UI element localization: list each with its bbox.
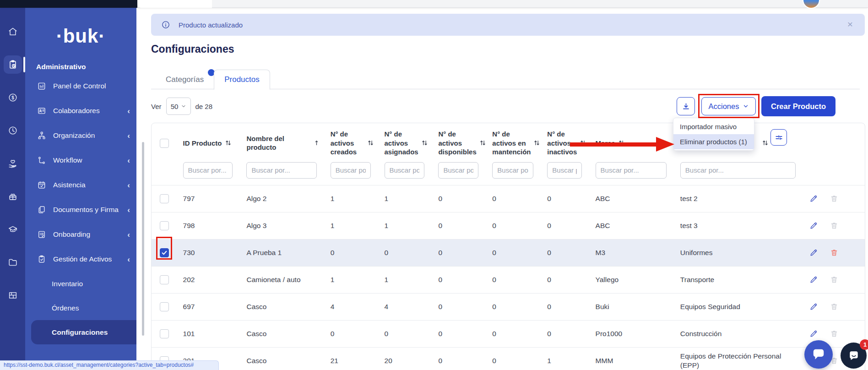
filter-input-creados[interactable] bbox=[331, 162, 371, 179]
row-select-cell bbox=[152, 185, 175, 212]
cell-mantencion: 0 bbox=[484, 320, 539, 347]
filter-input-disponibles[interactable] bbox=[438, 162, 478, 179]
filter-input-asignados[interactable] bbox=[385, 162, 425, 179]
close-icon[interactable]: × bbox=[847, 19, 853, 29]
row-checkbox[interactable] bbox=[160, 194, 169, 203]
sidebar-item-colaboradores[interactable]: Colaboradores‹ bbox=[25, 98, 136, 123]
filter-input-id[interactable] bbox=[183, 162, 233, 179]
sidebar-subitem-ordenes[interactable]: Órdenes bbox=[25, 296, 136, 320]
edit-pencil-icon[interactable] bbox=[809, 248, 818, 257]
sidebar-item-panel-de-control[interactable]: Panel de Control bbox=[25, 74, 136, 98]
row-checkbox[interactable] bbox=[160, 329, 169, 338]
crear-producto-button[interactable]: Crear Producto bbox=[761, 96, 835, 116]
cell-asignados: 20 bbox=[376, 347, 430, 370]
cell-inactivos: 0 bbox=[539, 320, 587, 347]
table-row: 798Algo 311000ABCtest 3 bbox=[152, 212, 865, 239]
select-all-checkbox[interactable] bbox=[160, 139, 169, 148]
cell-asignados: 4 bbox=[376, 293, 430, 320]
rail-item-clipboard-clock[interactable] bbox=[4, 55, 22, 74]
row-checkbox[interactable] bbox=[160, 221, 169, 230]
rail-item-clock[interactable] bbox=[4, 121, 22, 140]
delete-trash-icon[interactable] bbox=[830, 302, 838, 311]
delete-trash-icon[interactable] bbox=[830, 248, 838, 257]
chevron-left-icon: ‹ bbox=[127, 157, 130, 164]
sidebar-item-organizacion[interactable]: Organización‹ bbox=[25, 123, 136, 148]
delete-trash-icon[interactable] bbox=[830, 194, 838, 203]
menu-item-importador-masivo[interactable]: Importador masivo bbox=[673, 119, 754, 134]
rail-item-dollar[interactable]: $ bbox=[4, 88, 22, 107]
cell-disponibles: 0 bbox=[430, 347, 484, 370]
rail-item-bank[interactable] bbox=[4, 286, 22, 305]
cell-nombre: Algo 2 bbox=[238, 185, 322, 212]
page-size-select[interactable]: 50 bbox=[166, 98, 191, 115]
chevron-down-icon bbox=[743, 103, 749, 109]
row-checkbox[interactable] bbox=[160, 275, 169, 284]
row-checkbox[interactable] bbox=[160, 248, 169, 257]
edit-pencil-icon[interactable] bbox=[809, 194, 818, 203]
filter-input-mantencion[interactable] bbox=[492, 162, 533, 179]
filter-input-marca[interactable] bbox=[596, 162, 667, 179]
delete-trash-icon[interactable] bbox=[830, 275, 838, 284]
cell-categoria: test 2 bbox=[672, 185, 801, 212]
cell-inactivos: 0 bbox=[539, 212, 587, 239]
sidebar-item-workflow[interactable]: Workflow‹ bbox=[25, 148, 136, 173]
clipboard-check-icon bbox=[37, 255, 46, 264]
home-icon bbox=[8, 27, 18, 37]
edit-pencil-icon[interactable] bbox=[809, 329, 818, 338]
chat-smile-icon bbox=[848, 350, 860, 362]
tab-categorias[interactable]: Categorías bbox=[156, 70, 214, 89]
edit-pencil-icon[interactable] bbox=[809, 302, 818, 311]
row-select-cell bbox=[152, 212, 175, 239]
sidebar-item-gestion-de-activos[interactable]: Gestión de Activos‹ bbox=[25, 247, 136, 272]
rail-item-hand-heart[interactable] bbox=[4, 154, 22, 173]
bank-icon bbox=[8, 290, 18, 300]
sidebar-item-documentos-y-firma[interactable]: Documentos y Firma‹ bbox=[25, 197, 136, 222]
graduation-cap-icon bbox=[8, 224, 18, 234]
filter-input-categoria[interactable] bbox=[680, 162, 796, 179]
sidebar-item-onboarding[interactable]: Onboarding‹ bbox=[25, 222, 136, 247]
sidebar-subitem-inventario[interactable]: Inventario bbox=[25, 272, 136, 296]
sidebar-subitem-configuraciones[interactable]: Configuraciones bbox=[31, 320, 136, 344]
tab-productos[interactable]: Productos bbox=[214, 70, 270, 90]
icon-rail: $ bbox=[0, 8, 25, 370]
svg-text:$: $ bbox=[11, 95, 14, 100]
cell-id: 797 bbox=[175, 185, 239, 212]
column-settings-button[interactable] bbox=[770, 129, 787, 146]
buk-logo: ·buk· bbox=[25, 25, 136, 47]
rail-item-folder[interactable] bbox=[4, 253, 22, 272]
sidebar-subitem-label: Configuraciones bbox=[52, 328, 108, 337]
cell-nombre: Casco bbox=[238, 320, 322, 347]
column-label: N° de activos creados bbox=[331, 130, 364, 157]
cell-inactivos: 0 bbox=[539, 266, 587, 293]
cell-asignados: 0 bbox=[376, 239, 430, 266]
cell-marca: ABC bbox=[587, 185, 672, 212]
filter-cell-categoria bbox=[672, 161, 801, 185]
rail-item-graduation-cap[interactable] bbox=[4, 220, 22, 239]
row-checkbox[interactable] bbox=[160, 302, 169, 311]
delete-trash-icon[interactable] bbox=[830, 221, 838, 230]
sidebar-item-asistencia[interactable]: Asistencia‹ bbox=[25, 173, 136, 197]
scrollbar-thumb[interactable] bbox=[142, 142, 144, 336]
menu-item-eliminar-productos-1[interactable]: Eliminar productos (1) bbox=[673, 134, 754, 149]
cell-disponibles: 0 bbox=[430, 212, 484, 239]
cell-marca: Pro1000 bbox=[587, 320, 672, 347]
chat-widget-button[interactable] bbox=[804, 340, 833, 369]
filter-input-inactivos[interactable] bbox=[547, 162, 581, 179]
cell-marca: MMM bbox=[587, 347, 672, 370]
download-button[interactable] bbox=[677, 97, 695, 115]
rail-item-gift[interactable] bbox=[4, 187, 22, 206]
rail-item-home[interactable] bbox=[4, 22, 22, 41]
edit-pencil-icon[interactable] bbox=[809, 275, 818, 284]
filter-input-nombre[interactable] bbox=[246, 162, 316, 179]
edit-pencil-icon[interactable] bbox=[809, 221, 818, 230]
table-row: 697Casco44000BukiEquipos Seguridad bbox=[152, 293, 865, 320]
sidebar-item-label: Organización bbox=[53, 131, 95, 140]
cell-nombre: Camioneta / auto bbox=[238, 266, 322, 293]
dashboard-icon bbox=[37, 82, 46, 91]
cell-creados: 0 bbox=[322, 239, 376, 266]
acciones-button[interactable]: Acciones bbox=[701, 97, 756, 115]
sidebar-item-label: Workflow bbox=[53, 156, 82, 164]
delete-trash-icon[interactable] bbox=[830, 329, 838, 338]
cell-disponibles: 0 bbox=[430, 266, 484, 293]
cell-marca: Buki bbox=[587, 293, 672, 320]
